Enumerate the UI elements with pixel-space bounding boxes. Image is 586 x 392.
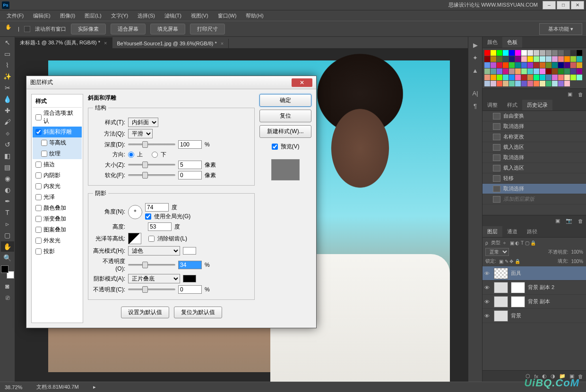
blend-mode-select[interactable]: 正常: [485, 248, 509, 256]
swatch[interactable]: [521, 81, 527, 86]
history-brush-tool[interactable]: ↺: [1, 139, 14, 150]
menu-item[interactable]: 视图(V): [186, 12, 213, 19]
swatch[interactable]: [552, 81, 558, 86]
stamp-tool[interactable]: ⟐: [1, 128, 14, 138]
swatch[interactable]: [509, 75, 515, 80]
swatch[interactable]: [564, 75, 570, 80]
highlight-opacity-slider[interactable]: [128, 264, 175, 266]
shadow-color-swatch[interactable]: [183, 275, 196, 282]
pen-tool[interactable]: ✒: [1, 196, 14, 206]
adjustments-tab[interactable]: 调整: [483, 100, 502, 111]
swatch[interactable]: [521, 75, 527, 80]
swatch[interactable]: [497, 68, 502, 74]
swatch[interactable]: [527, 75, 533, 80]
heal-tool[interactable]: ✚: [1, 105, 14, 116]
style-list-item[interactable]: 内发光: [33, 181, 82, 192]
cancel-button[interactable]: 复位: [259, 110, 311, 122]
altitude-input[interactable]: [148, 222, 172, 231]
swatch[interactable]: [540, 50, 545, 56]
menu-item[interactable]: 文字(Y): [106, 12, 133, 19]
navigator-icon[interactable]: ✦: [469, 52, 482, 64]
delete-swatch-icon[interactable]: 🗑: [578, 92, 583, 97]
swatch[interactable]: [491, 56, 496, 62]
zoom-tool[interactable]: 🔍: [1, 253, 14, 263]
info-icon[interactable]: ▲: [469, 65, 482, 77]
swatch[interactable]: [527, 62, 533, 68]
layer-row[interactable]: 👁面具: [483, 266, 586, 281]
swatch[interactable]: [552, 56, 558, 62]
swatch[interactable]: [558, 75, 564, 80]
swatch[interactable]: [540, 68, 545, 74]
character-icon[interactable]: A|: [469, 87, 482, 100]
document-tab[interactable]: BeYourself-Source1.jpg @ 39.6%(RGB/8) *×: [112, 39, 229, 48]
swatch[interactable]: [515, 50, 521, 56]
ok-button[interactable]: 确定: [259, 94, 311, 107]
layers-tab[interactable]: 图层: [483, 226, 502, 237]
layer-row[interactable]: 👁背景 副本 2: [483, 281, 586, 295]
collapsed-panel-icon[interactable]: ▶: [469, 39, 482, 51]
style-list-item[interactable]: 纹理: [33, 148, 82, 159]
zoom-level[interactable]: 38.72%: [5, 384, 22, 390]
gloss-contour-picker[interactable]: [128, 233, 141, 244]
swatch[interactable]: [546, 62, 552, 68]
highlight-mode-select[interactable]: 滤色: [128, 246, 180, 256]
swatch[interactable]: [564, 81, 570, 86]
swatch[interactable]: [564, 56, 570, 62]
style-list-item[interactable]: 颜色叠加: [33, 203, 82, 213]
visibility-icon[interactable]: 👁: [484, 313, 491, 319]
highlight-color-swatch[interactable]: [183, 247, 196, 255]
history-row[interactable]: 取消选择: [483, 184, 586, 194]
quickmask-toggle[interactable]: ◙: [1, 281, 14, 291]
swatch[interactable]: [503, 62, 508, 68]
swatch[interactable]: [570, 56, 576, 62]
history-snap-icon[interactable]: ▣: [555, 218, 560, 224]
swatch[interactable]: [527, 50, 533, 56]
swatch[interactable]: [540, 62, 545, 68]
swatch[interactable]: [515, 81, 521, 86]
style-list-item[interactable]: 等高线: [33, 137, 82, 148]
swatch[interactable]: [552, 62, 558, 68]
size-slider[interactable]: [128, 164, 175, 166]
tab-close-icon[interactable]: ×: [104, 40, 107, 46]
swatch[interactable]: [509, 81, 515, 86]
styles-tab[interactable]: 样式: [502, 100, 522, 111]
move-tool[interactable]: ↖: [1, 37, 14, 48]
swatch[interactable]: [509, 50, 515, 56]
dialog-close-button[interactable]: ✕: [292, 78, 312, 87]
history-row[interactable]: 添加图层蒙版: [483, 194, 586, 205]
swatches-tab[interactable]: 色板: [502, 37, 522, 48]
marquee-tool[interactable]: ▭: [1, 49, 14, 59]
type-tool[interactable]: T: [1, 207, 14, 218]
bevel-method-select[interactable]: 平滑: [128, 129, 153, 138]
visibility-icon[interactable]: 👁: [484, 271, 491, 276]
visibility-icon[interactable]: 👁: [484, 285, 491, 290]
swatch[interactable]: [546, 56, 552, 62]
eraser-tool[interactable]: ◧: [1, 151, 14, 161]
workspace-switcher[interactable]: 基本功能 ▾: [539, 23, 582, 35]
style-list-item[interactable]: 混合选项:默认: [33, 108, 82, 127]
swatch[interactable]: [521, 56, 527, 62]
history-row[interactable]: 自由变换: [483, 111, 586, 121]
swatch[interactable]: [558, 50, 564, 56]
style-list-item[interactable]: 外发光: [33, 235, 82, 246]
swatch[interactable]: [503, 81, 508, 86]
swatch[interactable]: [515, 56, 521, 62]
swatch[interactable]: [577, 62, 582, 68]
history-tab[interactable]: 历史记录: [522, 100, 552, 111]
dodge-tool[interactable]: ◐: [1, 185, 14, 195]
swatch[interactable]: [497, 50, 502, 56]
angle-control[interactable]: [128, 205, 142, 219]
make-default-button[interactable]: 设置为默认值: [121, 307, 169, 318]
swatch[interactable]: [552, 75, 558, 80]
actual-pixels-button[interactable]: 实际像素: [71, 24, 106, 34]
swatch[interactable]: [484, 81, 490, 86]
swatch[interactable]: [534, 75, 539, 80]
style-list-item[interactable]: 斜面和浮雕: [33, 127, 82, 137]
fill-screen-button[interactable]: 填充屏幕: [150, 24, 185, 34]
swatch[interactable]: [515, 68, 521, 74]
menu-item[interactable]: 图层(L): [80, 12, 106, 19]
menu-item[interactable]: 帮助(H): [241, 12, 268, 19]
size-input[interactable]: [178, 161, 202, 169]
paragraph-icon[interactable]: ¶: [469, 100, 482, 112]
swatch[interactable]: [534, 56, 539, 62]
